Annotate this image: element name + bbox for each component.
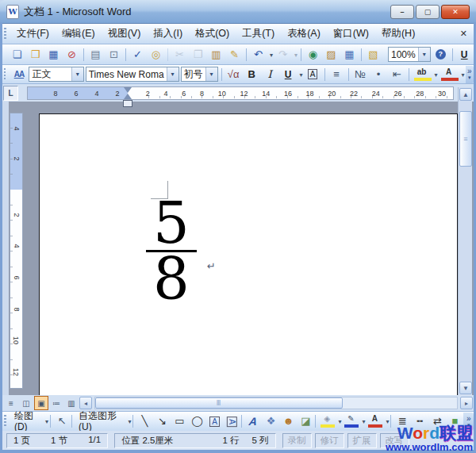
help-button[interactable]: ? — [432, 47, 450, 63]
watermark-suffix: 联盟 — [440, 424, 473, 442]
font-color-button[interactable]: A — [439, 67, 466, 83]
select-objects-button[interactable]: ↖ — [53, 413, 71, 429]
autoshapes-button[interactable]: 自选图形(U) — [75, 413, 132, 429]
wordart-button[interactable]: A — [244, 413, 262, 429]
mode-record[interactable]: 录制 — [282, 433, 312, 448]
italic-button[interactable]: I — [261, 67, 279, 83]
menu-file[interactable]: 文件(F) — [10, 24, 56, 44]
menu-help[interactable]: 帮助(H) — [375, 24, 421, 44]
fill-color-button[interactable]: ◈ — [318, 413, 342, 429]
scroll-left-icon[interactable]: ◂ — [79, 397, 92, 409]
bold-button[interactable]: B — [243, 67, 261, 83]
close-document-icon[interactable]: ✕ — [460, 29, 467, 39]
close-button[interactable] — [441, 5, 470, 19]
insert-picture-button[interactable]: ◪ — [297, 413, 314, 429]
minimize-button[interactable] — [390, 5, 414, 19]
ruler-margin-scale: 8642 — [28, 87, 128, 99]
document-map-button[interactable]: ▧ — [364, 47, 382, 63]
center-button[interactable]: ≡ — [328, 67, 346, 83]
bullets-button[interactable]: • — [370, 67, 388, 83]
redo-button[interactable]: ↷ — [274, 47, 298, 63]
reading-layout-view-button[interactable]: ▥ — [64, 396, 79, 410]
chevron-down-icon[interactable] — [205, 67, 217, 81]
normal-view-button[interactable]: ≡ — [4, 396, 18, 410]
decrease-indent-button[interactable]: ⇤ — [388, 67, 406, 83]
open-button[interactable]: ❒ — [26, 47, 44, 63]
scroll-right-icon[interactable]: ▸ — [460, 397, 473, 409]
new-document-button[interactable]: ❏ — [8, 47, 26, 63]
insert-hyperlink-button[interactable]: ◉ — [304, 47, 322, 63]
cut-button[interactable]: ✂ — [171, 47, 189, 63]
scroll-down-icon[interactable]: ▼ — [459, 382, 472, 394]
equation-editor-button[interactable]: √α — [225, 67, 243, 83]
format-painter-button[interactable]: ✎ — [225, 47, 244, 63]
toolbar-drag-handle[interactable] — [4, 415, 6, 428]
menu-window[interactable]: 窗口(W) — [327, 24, 375, 44]
maximize-button[interactable] — [416, 5, 440, 19]
diagram-button[interactable]: ❖ — [262, 413, 279, 429]
tab-selector[interactable]: L — [3, 86, 18, 101]
underline-button[interactable]: U — [279, 67, 304, 83]
menu-table[interactable]: 表格(A) — [281, 24, 327, 44]
chevron-down-icon[interactable] — [71, 67, 83, 81]
character-border-button[interactable]: A — [304, 67, 322, 83]
mode-track-changes[interactable]: 修订 — [315, 433, 344, 448]
vertical-scrollbar[interactable]: ▲ ▼ — [458, 87, 472, 395]
chevron-down-icon[interactable] — [167, 67, 178, 81]
horizontal-scrollbar[interactable] — [94, 397, 458, 409]
scroll-up-icon[interactable]: ▲ — [459, 88, 472, 101]
toolbar-drag-handle[interactable] — [4, 28, 6, 40]
tables-and-borders-button[interactable]: ▨ — [322, 47, 340, 63]
menu-tools[interactable]: 工具(T) — [236, 24, 281, 44]
print-layout-view-button[interactable]: ▣ — [34, 396, 48, 410]
copy-button[interactable]: ❐ — [189, 47, 207, 63]
paste-button[interactable]: ▥ — [207, 47, 225, 63]
font-size-combobox[interactable]: 初号 — [181, 67, 218, 82]
numbering-button[interactable]: № — [351, 67, 370, 83]
styles-and-formatting-button[interactable]: AA — [10, 67, 28, 83]
menu-insert[interactable]: 插入(I) — [147, 24, 189, 44]
print-preview-button[interactable]: ⊡ — [105, 47, 123, 63]
watermark: Word联盟 www.wordlm.com — [386, 424, 473, 452]
ruler-ticks — [139, 96, 450, 98]
menu-view[interactable]: 视图(V) — [102, 24, 148, 44]
font-value: Times New Roma — [86, 69, 167, 80]
spelling-button[interactable]: ✓ — [129, 47, 147, 63]
toolbar-options-button[interactable] — [466, 66, 474, 83]
view-buttons: ≡◫▣≔▥ — [4, 396, 79, 410]
permission-button[interactable]: ⊘ — [63, 47, 81, 63]
hanging-indent-marker[interactable] — [124, 90, 132, 99]
column-indicator: 5 列 — [251, 435, 268, 447]
style-combobox[interactable]: 正文 — [29, 67, 83, 82]
oval-button[interactable]: ◯ — [188, 413, 205, 429]
rectangle-button[interactable]: ▭ — [171, 413, 188, 429]
web-layout-view-button[interactable]: ◫ — [19, 396, 33, 410]
vertical-scroll-thumb[interactable] — [459, 111, 472, 167]
horizontal-scroll-thumb[interactable] — [95, 397, 343, 409]
line-button[interactable]: ╲ — [136, 413, 153, 429]
print-button[interactable]: ▤ — [86, 47, 105, 63]
line-color-button[interactable]: ✎ — [342, 413, 366, 429]
font-combobox[interactable]: Times New Roma — [86, 67, 179, 82]
draw-menu-button[interactable]: 绘图(D) — [10, 413, 49, 429]
highlight-button[interactable]: ab — [412, 67, 439, 83]
menu-format[interactable]: 格式(O) — [189, 24, 236, 44]
outline-view-button[interactable]: ≔ — [49, 396, 63, 410]
toolbar-drag-handle[interactable] — [4, 68, 6, 81]
chevron-down-icon[interactable] — [418, 48, 430, 61]
mode-extend[interactable]: 扩展 — [347, 433, 377, 448]
zoom-combobox[interactable]: 100% — [388, 47, 431, 62]
arrow-button[interactable]: ↘ — [153, 413, 171, 429]
left-indent-marker[interactable] — [123, 100, 132, 107]
document-page[interactable]: 5 8 ↵ — [39, 113, 458, 395]
save-button[interactable]: ▦ — [44, 47, 63, 63]
vertical-text-box-button[interactable]: A — [223, 413, 240, 429]
menu-edit[interactable]: 编辑(E) — [56, 24, 102, 44]
insert-table-button[interactable]: ▦ — [340, 47, 359, 63]
horizontal-ruler: 8642 24681012141618202224262830 — [27, 86, 454, 100]
position-indicator: 位置 2.5厘米 — [121, 435, 173, 447]
research-button[interactable]: ◎ — [147, 47, 165, 63]
clip-art-button[interactable]: ☻ — [279, 413, 297, 429]
text-box-button[interactable]: A — [205, 413, 223, 429]
undo-button[interactable]: ↶ — [249, 47, 274, 63]
